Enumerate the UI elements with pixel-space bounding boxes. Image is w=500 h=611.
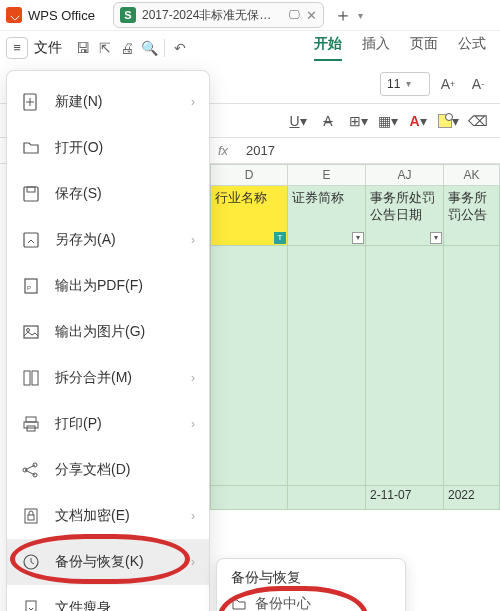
- col-d[interactable]: D: [210, 164, 288, 186]
- save-icon: [21, 185, 41, 203]
- filter-icon[interactable]: ▾: [352, 232, 364, 244]
- underline-icon[interactable]: U▾: [286, 109, 310, 133]
- menu-pdf[interactable]: P输出为PDF(F): [7, 263, 209, 309]
- image-icon: [21, 323, 41, 341]
- share-icon: [21, 461, 41, 479]
- formula-value[interactable]: 2017: [246, 143, 275, 158]
- menu-img[interactable]: 输出为图片(G): [7, 309, 209, 355]
- cell-text: 事务所罚公告: [448, 190, 487, 222]
- label: 备份与恢复(K): [55, 553, 144, 571]
- pdf-icon: P: [21, 277, 41, 295]
- lock-icon: [21, 507, 41, 525]
- chevron-right-icon: ›: [191, 417, 195, 431]
- decrease-font-icon[interactable]: A-: [466, 72, 490, 96]
- cell[interactable]: [210, 486, 288, 510]
- tab-list-chevron-icon[interactable]: ▾: [358, 10, 363, 21]
- svg-rect-3: [24, 187, 38, 201]
- split-icon: [21, 369, 41, 387]
- svg-text:P: P: [27, 285, 31, 291]
- backup-icon: [21, 553, 41, 571]
- menu-split[interactable]: 拆分合并(M)›: [7, 355, 209, 401]
- tab-title: 2017-2024非标准无保留审计: [142, 7, 282, 24]
- header-cell-ak[interactable]: 事务所罚公告: [444, 186, 500, 246]
- save-icon[interactable]: 🖫: [72, 40, 94, 56]
- menu-saveas[interactable]: 另存为(A)›: [7, 217, 209, 263]
- fill-color-icon[interactable]: ▾: [436, 109, 460, 133]
- clear-format-icon[interactable]: ⌫: [466, 109, 490, 133]
- menu-print[interactable]: 打印(P)›: [7, 401, 209, 447]
- label: 新建(N): [55, 93, 102, 111]
- menu-backup[interactable]: 备份与恢复(K)›: [7, 539, 209, 585]
- cell[interactable]: [366, 246, 444, 486]
- label: 输出为图片(G): [55, 323, 145, 341]
- submenu-item[interactable]: 备份中心: [231, 595, 391, 611]
- font-size-select[interactable]: 11▾: [380, 72, 430, 96]
- cell-date[interactable]: 2-11-07: [366, 486, 444, 510]
- menu-share[interactable]: 分享文档(D): [7, 447, 209, 493]
- label: 打印(P): [55, 415, 102, 433]
- title-bar: WPS Office S 2017-2024非标准无保留审计 🖵 ✕ ＋ ▾: [0, 0, 500, 30]
- svg-point-9: [27, 329, 30, 332]
- label: 打开(O): [55, 139, 103, 157]
- label: 输出为PDF(F): [55, 277, 143, 295]
- tab-page[interactable]: 页面: [410, 35, 438, 61]
- menu-save[interactable]: 保存(S): [7, 171, 209, 217]
- chevron-right-icon: ›: [191, 95, 195, 109]
- file-menu-button[interactable]: 文件: [34, 39, 62, 57]
- folder-icon: [231, 596, 247, 611]
- chevron-right-icon: ›: [191, 555, 195, 569]
- cell[interactable]: [288, 246, 366, 486]
- menu-slim[interactable]: 文件瘦身: [7, 585, 209, 611]
- strike-icon[interactable]: A: [316, 109, 340, 133]
- print-icon: [21, 415, 41, 433]
- col-aj[interactable]: AJ: [366, 164, 444, 186]
- label: 文件瘦身: [55, 599, 111, 611]
- header-cell-e[interactable]: 证券简称▾: [288, 186, 366, 246]
- svg-rect-8: [24, 326, 38, 338]
- svg-rect-19: [28, 515, 34, 520]
- print-icon[interactable]: 🖨: [116, 40, 138, 56]
- svg-rect-13: [24, 422, 38, 428]
- tab-insert[interactable]: 插入: [362, 35, 390, 61]
- data-row: 2-11-07 2022: [210, 486, 500, 510]
- file-menu-dropdown: 新建(N)› 打开(O) 保存(S) 另存为(A)› P输出为PDF(F) 输出…: [6, 70, 210, 611]
- chevron-right-icon: ›: [191, 509, 195, 523]
- col-ak[interactable]: AK: [444, 164, 500, 186]
- undo-icon[interactable]: ↶: [169, 40, 191, 56]
- cell[interactable]: [210, 246, 288, 486]
- tab-close-icon[interactable]: ✕: [306, 8, 317, 23]
- export-icon[interactable]: ⇱: [94, 40, 116, 56]
- cell[interactable]: [444, 246, 500, 486]
- separator: [164, 39, 165, 57]
- wps-logo-icon: [6, 7, 22, 23]
- font-size-value: 11: [387, 77, 400, 91]
- tab-start[interactable]: 开始: [314, 35, 342, 61]
- font-color-icon[interactable]: A▾: [406, 109, 430, 133]
- filter-icon[interactable]: ▾: [430, 232, 442, 244]
- header-cell-d[interactable]: 行业名称T: [210, 186, 288, 246]
- col-e[interactable]: E: [288, 164, 366, 186]
- menu-encrypt[interactable]: 文档加密(E)›: [7, 493, 209, 539]
- border-icon[interactable]: ⊞▾: [346, 109, 370, 133]
- menu-open[interactable]: 打开(O): [7, 125, 209, 171]
- header-cell-aj[interactable]: 事务所处罚公告日期▾: [366, 186, 444, 246]
- cell-text: 行业名称: [215, 190, 267, 205]
- filter-active-icon[interactable]: T: [274, 232, 286, 244]
- cell-text: 事务所处罚公告日期: [370, 190, 435, 222]
- cell[interactable]: [288, 486, 366, 510]
- new-tab-button[interactable]: ＋: [334, 3, 352, 27]
- svg-rect-11: [32, 371, 38, 385]
- svg-rect-4: [27, 187, 35, 192]
- fx-icon[interactable]: fx: [210, 143, 236, 158]
- tab-formula[interactable]: 公式: [458, 35, 486, 61]
- cell-year[interactable]: 2022: [444, 486, 500, 510]
- preview-icon[interactable]: 🔍: [138, 40, 160, 56]
- column-headers: D E AJ AK: [210, 164, 500, 186]
- increase-font-icon[interactable]: A+: [436, 72, 460, 96]
- svg-rect-10: [24, 371, 30, 385]
- merge-icon[interactable]: ▦▾: [376, 109, 400, 133]
- label: 拆分合并(M): [55, 369, 132, 387]
- menu-new[interactable]: 新建(N)›: [7, 79, 209, 125]
- document-tab[interactable]: S 2017-2024非标准无保留审计 🖵 ✕: [113, 2, 324, 28]
- menu-button[interactable]: ≡: [6, 37, 28, 59]
